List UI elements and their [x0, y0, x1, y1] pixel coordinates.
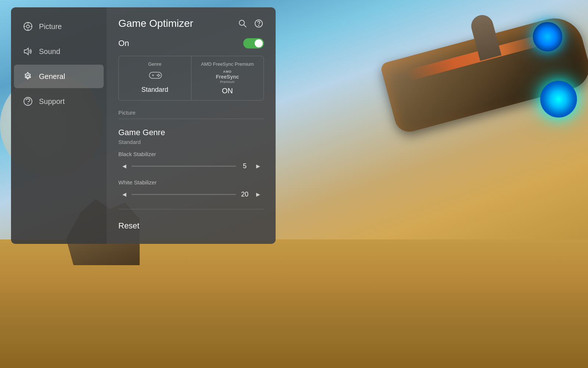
- search-icon[interactable]: [237, 18, 248, 29]
- svg-point-20: [158, 76, 159, 77]
- spaceship-area: [257, 0, 588, 257]
- black-stabilizer-setting: Black Stabilizer ◀ 5 ▶: [118, 151, 264, 179]
- info-card: Genre Standard AMD FreeSync Premium: [118, 56, 264, 101]
- genre-label: Genre: [148, 61, 161, 67]
- main-panel: Game Optimizer On: [107, 7, 276, 244]
- section-label-picture: Picture: [118, 109, 264, 119]
- reset-button[interactable]: Reset: [118, 218, 264, 234]
- divider: [118, 209, 264, 209]
- black-stabilizer-decrement[interactable]: ◀: [118, 160, 130, 172]
- toggle-row: On: [118, 38, 264, 48]
- black-stabilizer-value: 5: [237, 162, 252, 170]
- white-stabilizer-label: White Stabilizer: [118, 179, 264, 185]
- black-stabilizer-increment[interactable]: ▶: [252, 160, 264, 172]
- sidebar-item-general[interactable]: General: [14, 65, 104, 88]
- svg-point-18: [159, 75, 160, 76]
- sidebar: Picture Sound General: [11, 7, 107, 244]
- svg-point-13: [258, 25, 259, 26]
- sidebar-item-label-picture: Picture: [39, 22, 62, 31]
- sound-icon: [23, 46, 33, 57]
- ship-engine2: [540, 81, 577, 118]
- game-genre-title: Game Genre: [118, 128, 264, 137]
- svg-point-9: [28, 103, 28, 104]
- header-icons: [237, 18, 264, 29]
- picture-icon: [23, 21, 33, 32]
- panel-title: Game Optimizer: [118, 18, 193, 29]
- white-stabilizer-track[interactable]: [132, 194, 236, 195]
- sidebar-item-label-support: Support: [39, 97, 65, 106]
- toggle-label: On: [118, 39, 129, 48]
- panel-header: Game Optimizer: [118, 18, 264, 29]
- sidebar-item-label-sound: Sound: [39, 47, 60, 56]
- sidebar-item-sound[interactable]: Sound: [14, 40, 104, 63]
- svg-point-7: [27, 75, 29, 78]
- ui-container: Picture Sound General: [11, 7, 276, 244]
- black-stabilizer-control: ◀ 5 ▶: [118, 160, 264, 172]
- svg-point-19: [157, 75, 158, 76]
- help-icon[interactable]: [254, 18, 264, 29]
- svg-line-11: [244, 25, 247, 28]
- ship-engine1: [533, 22, 562, 51]
- spaceship: [349, 7, 588, 228]
- sidebar-item-picture[interactable]: Picture: [14, 15, 104, 38]
- white-stabilizer-increment[interactable]: ▶: [252, 188, 264, 200]
- white-stabilizer-value: 20: [237, 191, 252, 198]
- sidebar-item-label-general: General: [39, 72, 65, 81]
- sidebar-item-support[interactable]: Support: [14, 90, 104, 113]
- white-stabilizer-setting: White Stabilizer ◀ 20 ▶: [118, 179, 264, 208]
- black-stabilizer-label: Black Stabilizer: [118, 151, 264, 157]
- svg-point-17: [158, 74, 159, 75]
- white-stabilizer-decrement[interactable]: ◀: [118, 188, 130, 200]
- toggle-switch[interactable]: [243, 38, 264, 48]
- freesync-card[interactable]: AMD FreeSync Premium AMD FreeSync Premiu…: [191, 56, 264, 100]
- freesync-state: ON: [222, 87, 233, 95]
- genre-value: Standard: [141, 86, 168, 94]
- freesync-text: FreeSync: [216, 74, 239, 79]
- controller-icon: [148, 70, 161, 83]
- svg-point-1: [26, 25, 29, 28]
- svg-point-10: [239, 20, 244, 25]
- freesync-logo: AMD FreeSync Premium: [216, 70, 239, 84]
- game-genre-value: Standard: [118, 139, 264, 145]
- svg-marker-6: [24, 48, 28, 55]
- game-genre-setting[interactable]: Game Genre Standard: [118, 122, 264, 151]
- black-stabilizer-track[interactable]: [132, 166, 236, 167]
- support-icon: [23, 96, 33, 107]
- white-stabilizer-control: ◀ 20 ▶: [118, 188, 264, 200]
- freesync-label: AMD FreeSync Premium: [201, 61, 254, 67]
- general-icon: [23, 71, 33, 82]
- genre-card[interactable]: Genre Standard: [119, 56, 191, 100]
- amd-text: AMD: [223, 70, 232, 73]
- freesync-premium: Premium: [220, 80, 235, 84]
